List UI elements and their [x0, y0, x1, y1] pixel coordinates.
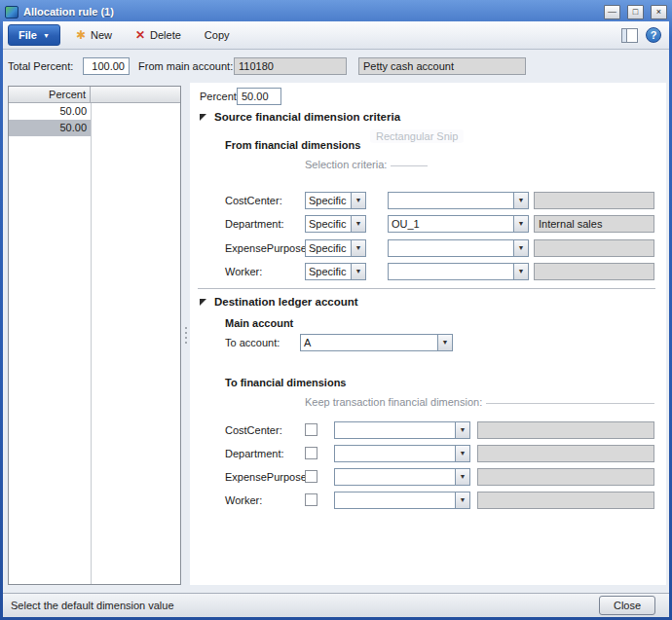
total-percent-field[interactable]: 100.00	[83, 57, 130, 75]
grid-cell-blank[interactable]	[91, 120, 180, 136]
chevron-down-icon: ▼	[43, 32, 50, 39]
source-criteria-select[interactable]: Specific ▼	[305, 263, 366, 280]
grid-header: Percent	[9, 87, 180, 103]
keep-dimension-checkbox[interactable]	[305, 493, 317, 506]
source-criteria-select[interactable]: Specific ▼	[305, 192, 366, 209]
selection-criteria-group: Selection criteria:	[305, 153, 428, 170]
source-criteria-select[interactable]: Specific ▼	[305, 215, 366, 233]
collapse-triangle-icon	[200, 299, 206, 306]
grid-cell-percent[interactable]: 50.00	[9, 120, 91, 136]
chevron-down-icon[interactable]: ▼	[351, 264, 365, 279]
close-window-button[interactable]: ×	[651, 5, 667, 19]
grid-row[interactable]: 50.00	[9, 103, 180, 120]
status-text: Select the default dimension value	[11, 600, 599, 611]
source-value-combo[interactable]: ▼	[388, 192, 529, 209]
copy-button[interactable]: Copy	[197, 23, 238, 47]
dest-dim-label: CostCenter:	[225, 421, 282, 439]
source-dim-label: Department:	[225, 215, 284, 233]
content-area: Total Percent: 100.00 From main account:…	[3, 50, 669, 593]
dest-display-field	[477, 492, 654, 509]
delete-button[interactable]: ✕ Delete	[128, 23, 189, 47]
app-body: File ▼ ✱ New ✕ Delete Copy ? Total Perce…	[3, 21, 669, 617]
source-dim-label: Worker:	[225, 263, 262, 280]
dest-dim-label: Worker:	[225, 492, 262, 509]
dest-value-combo[interactable]: ▼	[334, 421, 470, 439]
file-menu-button[interactable]: File ▼	[8, 24, 60, 46]
close-button[interactable]: Close	[599, 596, 655, 615]
destination-section-title: Destination ledger account	[214, 296, 358, 308]
dest-value-combo[interactable]: ▼	[334, 445, 470, 462]
total-percent-label: Total Percent:	[8, 57, 73, 75]
to-account-combo[interactable]: A ▼	[300, 334, 453, 351]
source-value-combo[interactable]: ▼	[388, 263, 529, 280]
snip-watermark: Rectangular Snip	[370, 129, 464, 143]
grid-row-selected[interactable]: 50.00	[9, 120, 180, 136]
source-section-header[interactable]: Source financial dimension criteria	[200, 111, 400, 123]
help-button[interactable]: ?	[646, 27, 661, 43]
dest-display-field	[477, 468, 654, 486]
file-menu-label: File	[19, 29, 37, 41]
chevron-down-icon[interactable]: ▼	[513, 216, 528, 232]
dest-value-combo[interactable]: ▼	[334, 492, 470, 509]
keep-dimension-checkbox[interactable]	[305, 423, 317, 436]
chevron-down-icon[interactable]: ▼	[513, 264, 528, 279]
toolbar-right: ?	[621, 27, 661, 43]
source-criteria-select[interactable]: Specific ▼	[305, 239, 366, 257]
percent-label: Percent:	[200, 88, 240, 105]
main-account-label: Main account	[225, 314, 293, 332]
to-account-label: To account:	[225, 334, 280, 351]
chevron-down-icon[interactable]: ▼	[455, 492, 469, 508]
from-main-account-field: 110180	[234, 57, 347, 75]
minimize-button[interactable]: —	[604, 5, 620, 19]
detail-panel: Percent: 50.00 Source financial dimensio…	[190, 83, 666, 585]
keep-dimension-checkbox[interactable]	[305, 470, 317, 483]
source-display-field	[534, 192, 654, 209]
delete-button-label: Delete	[150, 29, 181, 41]
delete-icon: ✕	[135, 29, 145, 41]
source-dim-label: ExpensePurpose:	[225, 239, 310, 257]
grid-column-header-blank[interactable]	[91, 87, 180, 103]
source-value-combo[interactable]: ▼	[388, 239, 529, 257]
grid-cell-percent[interactable]: 50.00	[9, 103, 91, 120]
source-value-combo[interactable]: OU_1 ▼	[388, 215, 529, 233]
new-button-label: New	[91, 29, 112, 41]
source-display-field	[534, 263, 654, 280]
grid-cell-blank[interactable]	[91, 103, 180, 120]
section-divider	[198, 288, 655, 289]
percent-field[interactable]: 50.00	[237, 88, 281, 105]
allocation-rule-window: Allocation rule (1) — □ × File ▼ ✱ New ✕…	[0, 0, 672, 620]
keep-transaction-label: Keep transaction financial dimension:	[305, 396, 482, 408]
new-icon: ✱	[76, 29, 86, 41]
window-icon	[5, 6, 19, 18]
window-title: Allocation rule (1)	[23, 6, 597, 18]
chevron-down-icon[interactable]: ▼	[455, 422, 469, 438]
keep-dimension-checkbox[interactable]	[305, 447, 317, 459]
grid-column-header-percent[interactable]: Percent	[9, 87, 91, 103]
layout-icon[interactable]	[621, 28, 638, 43]
chevron-down-icon[interactable]: ▼	[351, 240, 365, 256]
dest-dim-label: ExpensePurpose:	[225, 468, 310, 486]
collapse-triangle-icon	[200, 114, 206, 121]
dest-dim-label: Department:	[225, 445, 284, 462]
dest-value-combo[interactable]: ▼	[334, 468, 470, 486]
grid-column-divider	[91, 103, 92, 584]
chevron-down-icon[interactable]: ▼	[513, 240, 528, 256]
new-button[interactable]: ✱ New	[68, 23, 120, 47]
keep-transaction-group: Keep transaction financial dimension:	[305, 390, 654, 408]
maximize-button[interactable]: □	[627, 5, 644, 19]
to-financial-dimensions-label: To financial dimensions	[225, 374, 346, 391]
chevron-down-icon[interactable]: ▼	[455, 446, 469, 461]
title-bar: Allocation rule (1) — □ ×	[3, 2, 669, 21]
destination-section-header[interactable]: Destination ledger account	[200, 296, 358, 308]
panel-splitter[interactable]	[182, 86, 189, 585]
source-section-title: Source financial dimension criteria	[214, 111, 400, 123]
chevron-down-icon[interactable]: ▼	[513, 193, 528, 208]
chevron-down-icon[interactable]: ▼	[437, 335, 452, 350]
chevron-down-icon[interactable]: ▼	[351, 216, 365, 232]
source-dim-label: CostCenter:	[225, 192, 282, 209]
chevron-down-icon[interactable]: ▼	[351, 193, 365, 208]
copy-button-label: Copy	[205, 29, 230, 41]
from-financial-dimensions-label: From financial dimensions	[225, 136, 360, 154]
dest-display-field	[477, 421, 654, 439]
chevron-down-icon[interactable]: ▼	[455, 469, 469, 485]
